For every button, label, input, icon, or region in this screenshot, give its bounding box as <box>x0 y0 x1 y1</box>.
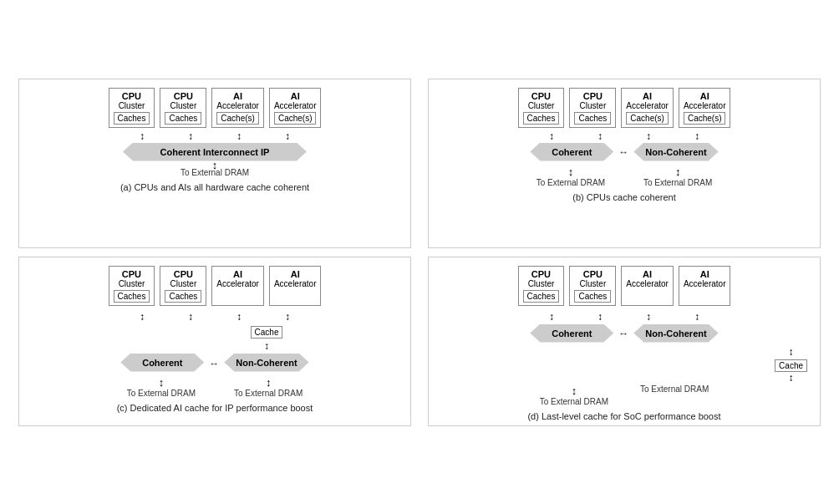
ai2-title: AI <box>291 91 300 101</box>
cluster-cpu1-d: CPU Cluster Caches <box>518 266 565 306</box>
ai1-cache: Cache(s) <box>216 112 259 125</box>
caption-a: (a) CPUs and AIs all hardware cache cohe… <box>120 182 309 192</box>
cluster-ai1-a: AI Accelerator Cache(s) <box>211 88 264 128</box>
horiz-arrow-b: ↔ <box>618 146 628 158</box>
mid-row-c: ↕ ↕ ↕ ↕ <box>23 311 406 323</box>
clusters-row-d: CPU Cluster Caches CPU Cluster Caches AI… <box>518 266 731 306</box>
diagram-b: CPU Cluster Caches CPU Cluster Caches AI… <box>428 79 821 248</box>
clusters-row-b: CPU Cluster Caches CPU Cluster Caches AI… <box>518 88 731 128</box>
coherent-d: Coherent <box>530 324 613 343</box>
va2: ↕ <box>169 131 212 141</box>
dram-text-a: To External DRAM <box>181 168 249 177</box>
dram-row-c: ↕ To External DRAM ↕ To External DRAM <box>127 376 303 398</box>
clusters-row-c: CPU Cluster Caches CPU Cluster Caches AI… <box>109 266 322 306</box>
vert-arrows-b: ↕ ↕ ↕ ↕ <box>530 131 719 141</box>
va1: ↕ <box>120 131 164 141</box>
cluster-ai2-c: AI Accelerator <box>269 266 322 306</box>
caption-d: (d) Last-level cache for SoC performance… <box>527 411 720 421</box>
cluster-cpu2-d: CPU Cluster Caches <box>569 266 616 306</box>
diagram-a: CPU Cluster Caches CPU Cluster Caches AI… <box>18 79 411 248</box>
cpu2-title: CPU <box>174 91 193 101</box>
cluster-cpu2-c: CPU Cluster Caches <box>160 266 206 306</box>
interconnect-a: Coherent Interconnect IP <box>123 143 307 161</box>
vert-arrows-d: ↕ ↕ ↕ ↕ <box>530 311 719 323</box>
caption-c: (c) Dedicated AI cache for IP performanc… <box>117 403 313 413</box>
ai2-subtitle: Accelerator <box>274 101 317 110</box>
cluster-cpu2-a: CPU Cluster Caches <box>160 88 206 128</box>
cluster-ai1-b: AI Accelerator Cache(s) <box>621 88 674 128</box>
ai1-title: AI <box>233 91 242 101</box>
cluster-cpu1-a: CPU Cluster Caches <box>109 88 155 128</box>
cluster-ai2-a: AI Accelerator Cache(s) <box>269 88 322 128</box>
cluster-ai2-b: AI Accelerator Cache(s) <box>679 88 731 128</box>
dram-arrows-b: ↕ To External DRAM ↕ To External DRAM <box>536 165 713 187</box>
cluster-ai1-c: AI Accelerator <box>211 266 264 306</box>
cpu1-title: CPU <box>122 91 141 101</box>
cluster-cpu1-c: CPU Cluster Caches <box>109 266 155 306</box>
ai1-subtitle: Accelerator <box>216 101 259 110</box>
ai2-cache: Cache(s) <box>274 112 317 125</box>
noncoherent-c: Non-Coherent <box>224 354 308 372</box>
vert-arrows-a: ↕ ↕ ↕ ↕ <box>120 131 309 141</box>
dram-row-d: ↕ To External DRAM To External DRAM <box>540 384 709 406</box>
va3: ↕ <box>217 131 261 141</box>
mid-cache-c: Cache <box>251 326 283 339</box>
cpu1-cache: Caches <box>114 112 150 125</box>
caption-b: (b) CPUs cache coherent <box>572 192 676 202</box>
dram-a: To External DRAM <box>181 168 249 177</box>
diagram-d: CPU Cluster Caches CPU Cluster Caches AI… <box>428 257 821 426</box>
noncoherent-b: Non-Coherent <box>633 143 718 161</box>
cpu1-subtitle: Cluster <box>119 101 145 110</box>
cpu2-cache: Caches <box>165 112 201 125</box>
two-banners-d: Coherent ↔ Non-Coherent <box>530 323 718 344</box>
cpu2-subtitle: Cluster <box>170 101 197 110</box>
cluster-ai1-d: AI Accelerator <box>621 266 674 306</box>
clusters-row-a: CPU Cluster Caches CPU Cluster Caches AI… <box>109 88 322 128</box>
two-banners-b: Coherent ↔ Non-Coherent <box>530 141 718 163</box>
main-container: CPU Cluster Caches CPU Cluster Caches AI… <box>18 79 821 426</box>
cluster-ai2-d: AI Accelerator <box>679 266 731 306</box>
diagram-c: CPU Cluster Caches CPU Cluster Caches AI… <box>18 257 411 426</box>
va4: ↕ <box>266 131 309 141</box>
coherent-b: Coherent <box>530 143 613 161</box>
cluster-cpu2-b: CPU Cluster Caches <box>569 88 616 128</box>
noncoherent-d: Non-Coherent <box>633 324 718 343</box>
bottom-cache-d: Cache <box>775 359 807 372</box>
cluster-cpu1-b: CPU Cluster Caches <box>518 88 565 128</box>
coherent-c: Coherent <box>120 354 204 372</box>
banner-row-c: Coherent ↔ Cache ↕ Non-Coherent <box>120 324 308 374</box>
